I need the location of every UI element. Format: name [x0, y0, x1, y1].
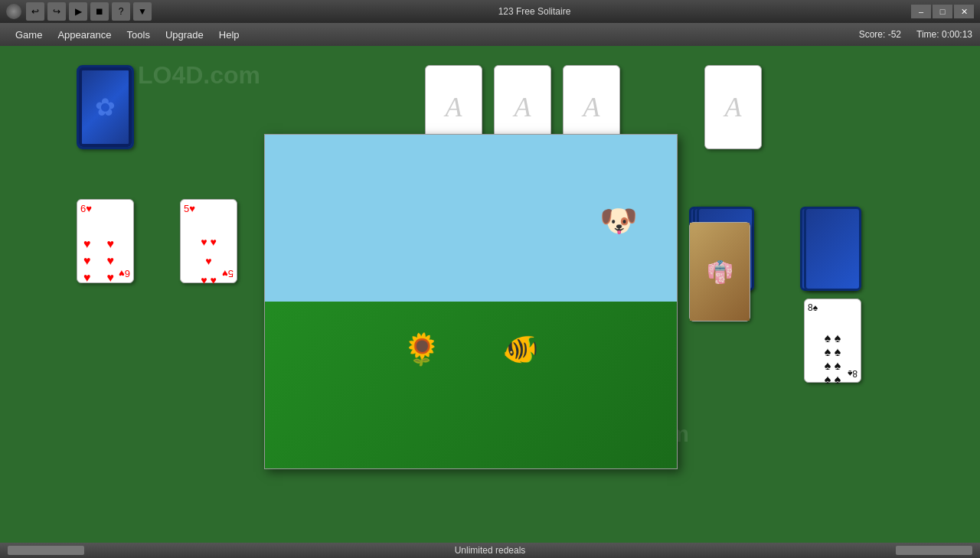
- tropical-fish-image: 🐠: [490, 307, 550, 391]
- dialog-overlay: Select Card Back ✕ Cross - Red: [0, 0, 980, 558]
- select-card-back-dialog: Select Card Back ✕ Cross - Red: [264, 134, 678, 469]
- card-thumb-tropical-fish: 🐠: [489, 307, 550, 391]
- dialog-body: Cross - Red Mountains 🐱: [265, 156, 677, 432]
- card-option-tropical-fish[interactable]: 🐠 Tropical Fish: [477, 302, 564, 416]
